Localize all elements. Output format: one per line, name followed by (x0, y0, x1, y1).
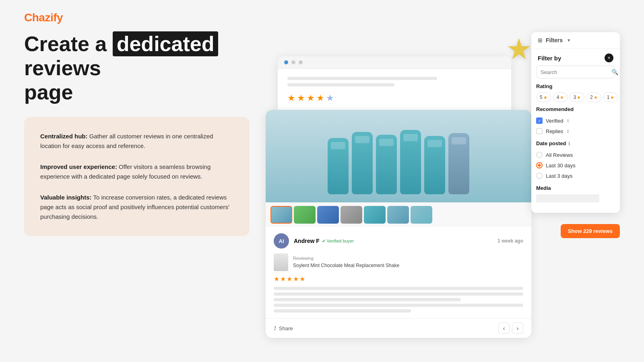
right-column: ★ ★ ★ ★ (266, 32, 620, 338)
bottle-1 (328, 138, 349, 194)
thumb-5[interactable] (364, 206, 386, 224)
filter-by-header: Filter by × (531, 49, 620, 66)
card-stars-row: ★ ★ ★ ★ ★ (287, 93, 502, 103)
star3: ★ (307, 93, 315, 103)
search-box: 🔍 (536, 66, 615, 78)
review-star-2: ★ (280, 275, 286, 283)
share-label: Share (279, 325, 293, 331)
logo-text: Chaz (24, 11, 50, 24)
text-line-5 (274, 309, 411, 313)
thumb-4[interactable] (341, 206, 362, 224)
thumb-3[interactable] (317, 206, 339, 224)
review-stars: ★ ★ ★ ★ ★ (274, 275, 523, 283)
next-button[interactable]: › (512, 323, 523, 334)
search-input[interactable] (541, 69, 608, 75)
product-name: Soylent Mint Chocolate Meal Replacement … (293, 263, 399, 268)
review-card: AI Andrew F ✔ Verified buyer 1 week ago (266, 110, 531, 338)
rating-btn-5[interactable]: 5 ★ (536, 93, 551, 102)
reviewer-name-row: Andrew F ✔ Verified buyer 1 week ago (294, 238, 523, 244)
headline-part1: Create a (24, 32, 113, 56)
rating-btn-3[interactable]: 3 ★ (570, 93, 584, 102)
verified-checkbox[interactable] (536, 117, 543, 124)
reviewing-info: Reviewing Soylent Mint Chocolate Meal Re… (293, 256, 399, 269)
dot-1 (284, 60, 288, 64)
last-3-label: Last 3 days (546, 173, 573, 179)
logo-accent: ify (50, 11, 63, 24)
review-text-lines (274, 287, 523, 313)
left-column: Create a dedicated reviews page Centrali… (24, 32, 250, 236)
headline-part2: reviews (24, 56, 101, 80)
rating-btn-2[interactable]: 2 ★ (586, 93, 601, 102)
verified-label: Verified buyer (327, 239, 354, 243)
date-label: Date posted (536, 140, 566, 146)
replies-checkbox[interactable] (536, 128, 543, 134)
review-content: AI Andrew F ✔ Verified buyer 1 week ago (266, 227, 531, 318)
page-container: Chazify Create a dedicated reviews page … (0, 0, 644, 362)
reviewer-avatar: AI (274, 233, 289, 249)
review-footer: ⤴ Share ‹ › (266, 318, 531, 338)
close-button[interactable]: × (605, 53, 613, 62)
page-line-2 (287, 83, 394, 86)
star1: ★ (287, 93, 295, 103)
feature-insights-title: Valuable insights: (40, 194, 92, 201)
filter-by-title: Filter by (538, 55, 561, 62)
filter-icon: ⊞ (538, 37, 543, 43)
text-line-2 (274, 292, 523, 296)
review-star-5: ★ (299, 275, 305, 283)
media-filter-section: Media (531, 185, 620, 202)
headline-line2: page (24, 80, 73, 104)
replies-label: Replies (546, 128, 563, 134)
thumb-7[interactable] (411, 206, 432, 224)
rating-buttons: 5 ★ 4 ★ 3 ★ 2 ★ 1 ★ (536, 93, 615, 102)
thumb-1[interactable] (270, 206, 292, 224)
dot-3 (299, 60, 303, 64)
verified-badge: ✔ Verified buyer (322, 239, 354, 244)
bottles-visual (266, 110, 531, 202)
review-star-4: ★ (293, 275, 299, 283)
all-reviews-radio[interactable] (536, 152, 543, 158)
star2: ★ (297, 93, 305, 103)
page-line-1 (287, 77, 437, 80)
check-icon: ✔ (322, 239, 326, 244)
last-30-row: Last 30 days (536, 160, 615, 171)
widget-content: ★ ★ ★ ★ ★ (278, 69, 511, 109)
headline: Create a dedicated reviews page (24, 32, 250, 104)
date-info-icon: ℹ (568, 141, 570, 146)
rating-btn-4[interactable]: 4 ★ (553, 93, 568, 102)
dot-2 (291, 60, 295, 64)
feature-centralized: Centralized hub: Gather all customer rev… (40, 132, 233, 151)
date-section-title: Date posted ℹ (536, 140, 615, 146)
browser-chrome (278, 56, 511, 69)
star4: ★ (316, 93, 324, 103)
reviewer-name: Andrew F (294, 238, 320, 244)
text-line-3 (274, 298, 461, 301)
last-30-radio[interactable] (536, 162, 543, 169)
headline-highlight: dedicated (113, 31, 219, 56)
review-star-1: ★ (274, 275, 279, 283)
share-button[interactable]: ⤴ Share (274, 325, 293, 331)
text-line-1 (274, 287, 523, 290)
show-reviews-button[interactable]: Show 229 reviews (561, 224, 620, 238)
thumb-2[interactable] (294, 206, 316, 224)
recommended-section-title: Recommended (536, 106, 615, 112)
text-line-4 (274, 304, 523, 307)
bottle-5 (424, 136, 445, 194)
feature-ux: Improved user experience: Offer visitors… (40, 162, 233, 181)
last-3-radio[interactable] (536, 173, 543, 179)
all-reviews-row: All Reviews (536, 150, 615, 160)
bottle-4 (400, 130, 421, 194)
thumb-6[interactable] (387, 206, 409, 224)
verified-info-icon: ℹ (567, 118, 569, 123)
rating-btn-1[interactable]: 1 ★ (603, 93, 618, 102)
rating-section-title: Rating (536, 83, 615, 89)
replies-info-icon: ℹ (567, 129, 569, 134)
reviewer-info: Andrew F ✔ Verified buyer 1 week ago (294, 238, 523, 244)
reviewer-row: AI Andrew F ✔ Verified buyer 1 week ago (274, 233, 523, 249)
review-star-3: ★ (287, 275, 292, 283)
features-card: Centralized hub: Gather all customer rev… (24, 117, 250, 236)
content-area: Create a dedicated reviews page Centrali… (0, 24, 644, 362)
prev-button[interactable]: ‹ (498, 323, 510, 334)
filters-toggle[interactable]: ⊞ Filters ▾ (531, 32, 620, 49)
product-thumb (274, 253, 288, 271)
filters-label: Filters (546, 37, 563, 43)
